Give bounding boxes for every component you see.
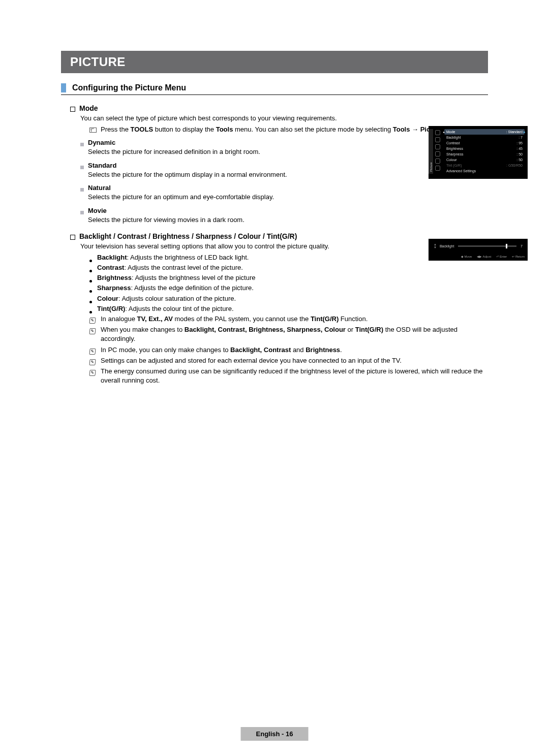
mode-option-name: Standard [88, 162, 116, 169]
note-icon: ✎ [89, 359, 96, 365]
slider-label: Backlight [440, 244, 454, 248]
adjust-note: In analogue TV, Ext., AV modes of the PA… [101, 314, 368, 324]
section-title-row: Configuring the Picture Menu [61, 83, 488, 95]
bullet-icon [89, 290, 92, 293]
mode-option-desc: Selects the picture for the optimum disp… [88, 170, 488, 179]
bullet-icon [89, 311, 92, 313]
tools-icon [89, 128, 97, 133]
up-down-icon: ▲▼ [434, 243, 437, 249]
square-bullet-icon [80, 211, 84, 214]
section-title: Configuring the Picture Menu [72, 83, 186, 92]
bullet-icon [89, 260, 92, 262]
adjust-bullet: Colour: Adjusts colour saturation of the… [97, 294, 236, 303]
osd-sidebar-icons [433, 129, 442, 174]
adjust-bullet: Brightness: Adjusts the brightness level… [97, 273, 255, 282]
mode-option-name: Natural [88, 184, 111, 192]
osd-row-selected: Mode: Standard [444, 129, 525, 135]
osd-row: Colour: 50 [444, 157, 525, 163]
adjust-intro: Your television has several setting opti… [80, 242, 488, 251]
mode-intro: You can select the type of picture which… [80, 114, 488, 123]
osd-menu-figure: Picture Mode: Standard Backlight: 7 Cont… [429, 126, 528, 179]
page-footer: English - 16 [241, 727, 309, 741]
adjust-bullet: Tint(G/R): Adjusts the colour tint of th… [97, 304, 234, 313]
osd-list: Mode: Standard Backlight: 7 Contrast: 95… [442, 129, 528, 174]
osd-row: Backlight: 7 [444, 135, 525, 140]
adjust-note: Settings can be adjusted and stored for … [101, 356, 402, 365]
adjust-bullet: Backlight: Adjusts the brightness of LED… [97, 253, 249, 262]
mode-tools-note: Press the TOOLS button to display the To… [101, 125, 464, 134]
note-icon: ✎ [89, 318, 96, 324]
slider-value: 7 [521, 244, 523, 248]
osd-row: Brightness: 45 [444, 146, 525, 151]
osd-row: Sharpness: 50 [444, 151, 525, 157]
square-bullet-icon [80, 188, 84, 192]
adjust-heading: Backlight / Contrast / Brightness / Shar… [79, 232, 297, 240]
slider-track [458, 245, 516, 247]
page-header: PICTURE [61, 51, 488, 73]
mode-heading: Mode [79, 104, 98, 112]
square-bullet-icon [80, 166, 84, 169]
bullet-icon [89, 280, 92, 282]
adjust-note: When you make changes to Backlight, Cont… [101, 325, 488, 343]
slider-figure: ▲▼ Backlight 7 ◆ Move ◀▶ Adjust ⏎ Enter … [429, 239, 528, 261]
checkbox-icon [70, 235, 75, 240]
bullet-icon [89, 301, 92, 303]
slider-hints: ◆ Move ◀▶ Adjust ⏎ Enter ↩ Return [429, 253, 528, 261]
mode-option-desc: Selects the picture for increased defini… [88, 147, 488, 156]
mode-option-name: Dynamic [88, 139, 115, 146]
adjust-bullet: Contrast: Adjusts the contrast level of … [97, 263, 243, 272]
mode-option-desc: Selects the picture for viewing movies i… [88, 215, 488, 225]
adjust-note: In PC mode, you can only make changes to… [101, 345, 342, 355]
note-icon: ✎ [89, 328, 96, 334]
section-marker-icon [61, 83, 66, 92]
note-icon: ✎ [89, 349, 96, 355]
checkbox-icon [70, 107, 75, 112]
note-icon: ✎ [89, 370, 96, 376]
osd-row: Contrast: 95 [444, 140, 525, 146]
adjust-note: The energy consumed during use can be si… [101, 367, 488, 385]
mode-option-name: Movie [88, 207, 107, 214]
slider-thumb-icon [506, 244, 507, 248]
adjust-bullet: Sharpness: Adjusts the edge definition o… [97, 284, 254, 293]
square-bullet-icon [80, 143, 84, 146]
osd-tab-label: Picture [429, 129, 433, 174]
bullet-icon [89, 270, 92, 272]
osd-row: Advanced Settings [444, 168, 525, 174]
osd-row-disabled: Tint (G/R): G50/R50 [444, 163, 525, 168]
mode-option-desc: Selects the picture for an optimum and e… [88, 193, 488, 202]
